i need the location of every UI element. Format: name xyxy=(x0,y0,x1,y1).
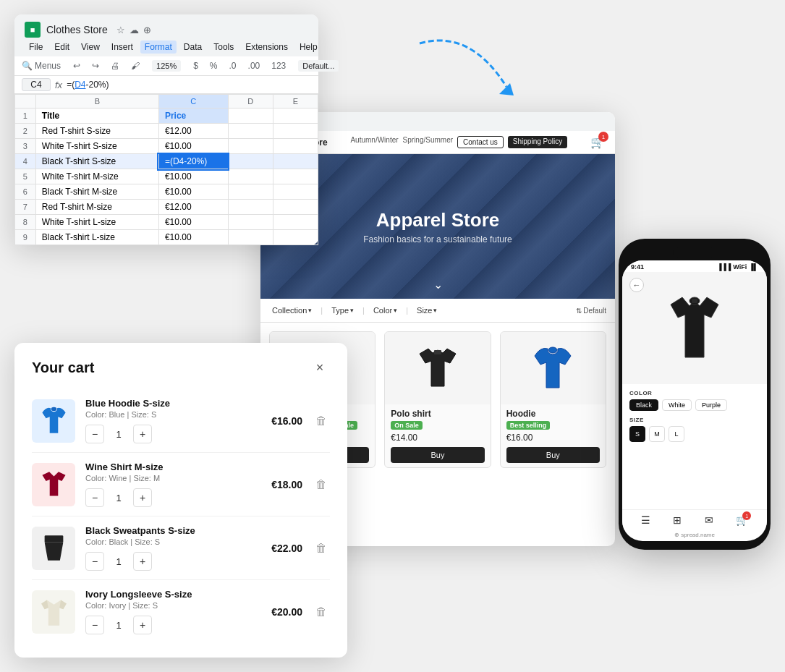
nav-shipping-btn[interactable]: Shipping Policy xyxy=(508,136,567,148)
qty-increase-longsleeve[interactable]: + xyxy=(133,616,152,634)
cell-e6[interactable] xyxy=(273,184,318,200)
size-option-l[interactable]: L xyxy=(669,426,684,442)
color-option-white[interactable]: White xyxy=(662,399,692,411)
cell-b4[interactable]: Black T-shirt S-size xyxy=(35,154,158,169)
nav-link-autumn[interactable]: Autumn/Winter xyxy=(350,136,398,148)
star-icon[interactable]: ☆ xyxy=(116,25,125,35)
menu-tools[interactable]: Tools xyxy=(209,41,238,54)
cell-c4-selected[interactable]: =(D4-20%) xyxy=(158,154,228,169)
qty-increase-sweatpants[interactable]: + xyxy=(133,552,152,571)
cell-c7[interactable]: €12.00 xyxy=(158,200,228,215)
cell-d2[interactable] xyxy=(228,124,273,139)
cell-b3[interactable]: White T-shirt S-size xyxy=(35,139,158,154)
cell-e1[interactable] xyxy=(273,109,318,124)
delete-longsleeve-btn[interactable]: 🗑 xyxy=(313,603,330,621)
delete-hoodie-btn[interactable]: 🗑 xyxy=(313,412,330,430)
cart-close-btn[interactable]: × xyxy=(310,357,330,378)
qty-decrease-longsleeve[interactable]: − xyxy=(85,616,104,634)
wifi-icon: WiFi xyxy=(733,263,747,271)
cell-d5[interactable] xyxy=(228,169,273,184)
cell-d9[interactable] xyxy=(228,230,273,245)
decimal-inc-btn[interactable]: .00 xyxy=(245,59,264,72)
url-text: spread.name xyxy=(681,532,715,538)
size-option-m[interactable]: M xyxy=(649,426,665,442)
menu-help[interactable]: Help xyxy=(295,41,322,54)
cell-e7[interactable] xyxy=(273,200,318,215)
cart-bottom-icon[interactable]: 🛒 1 xyxy=(736,514,748,526)
cell-e2[interactable] xyxy=(273,124,318,139)
mail-icon[interactable]: ✉ xyxy=(705,514,713,526)
cell-b6[interactable]: Black T-shirt M-size xyxy=(35,184,158,200)
qty-decrease-sweatpants[interactable]: − xyxy=(85,552,104,571)
table-row: 3 White T-shirt S-size €10.00 xyxy=(15,139,318,154)
qty-decrease-hoodie[interactable]: − xyxy=(85,425,104,443)
cell-b5[interactable]: White T-shirt M-size xyxy=(35,169,158,184)
nav-link-spring[interactable]: Spring/Summer xyxy=(403,136,453,148)
cell-d6[interactable] xyxy=(228,184,273,200)
cell-e3[interactable] xyxy=(273,139,318,154)
cell-d1[interactable] xyxy=(228,109,273,124)
cell-b2[interactable]: Red T-shirt S-size xyxy=(35,124,158,139)
cell-b9[interactable]: Black T-shirt L-size xyxy=(35,230,158,245)
qty-increase-hoodie[interactable]: + xyxy=(133,425,152,443)
hamburger-icon[interactable]: ☰ xyxy=(641,514,650,526)
cell-c2[interactable]: €12.00 xyxy=(158,124,228,139)
cart-icon-area[interactable]: 🛒 1 xyxy=(590,135,605,149)
cell-d4[interactable] xyxy=(228,154,273,169)
filter-color[interactable]: Color ▾ xyxy=(370,305,400,316)
cell-e5[interactable] xyxy=(273,169,318,184)
filter-size[interactable]: Size ▾ xyxy=(414,305,440,316)
formula-cell-ref: D4 xyxy=(75,80,85,90)
menu-file[interactable]: File xyxy=(25,41,47,54)
cell-d8[interactable] xyxy=(228,215,273,230)
delete-shirt-btn[interactable]: 🗑 xyxy=(313,475,330,494)
redo-btn[interactable]: ↪ xyxy=(88,59,103,72)
cell-e8[interactable] xyxy=(273,215,318,230)
menu-edit[interactable]: Edit xyxy=(50,41,74,54)
cell-b7[interactable]: Red T-shirt M-size xyxy=(35,200,158,215)
filter-type[interactable]: Type ▾ xyxy=(328,305,357,316)
cell-c6[interactable]: €10.00 xyxy=(158,184,228,200)
size-option-s[interactable]: S xyxy=(629,426,645,442)
paint-btn[interactable]: 🖌 xyxy=(127,59,143,72)
cell-e4[interactable] xyxy=(273,154,318,169)
qty-decrease-shirt[interactable]: − xyxy=(85,488,104,507)
currency-btn[interactable]: $ xyxy=(190,59,202,72)
format-select[interactable]: Default... xyxy=(298,60,339,72)
color-option-black[interactable]: Black xyxy=(629,399,658,411)
print-btn[interactable]: 🖨 xyxy=(107,59,123,72)
menu-data[interactable]: Data xyxy=(179,41,206,54)
percent-btn[interactable]: % xyxy=(206,59,221,72)
hero-scroll-arrow[interactable]: ⌄ xyxy=(433,278,443,292)
qty-increase-shirt[interactable]: + xyxy=(133,488,152,507)
filter-icon[interactable]: ⊞ xyxy=(673,514,682,526)
cell-e9[interactable] xyxy=(273,230,318,245)
buy-hoodie-btn[interactable]: Buy xyxy=(506,447,600,463)
filter-collection[interactable]: Collection ▾ xyxy=(269,305,315,316)
zoom-control[interactable]: 125% xyxy=(152,60,181,72)
undo-btn[interactable]: ↩ xyxy=(69,59,84,72)
menu-format[interactable]: Format xyxy=(140,41,177,54)
format-123[interactable]: 123 xyxy=(268,59,289,72)
cell-c8[interactable]: €10.00 xyxy=(158,215,228,230)
phone-back-btn[interactable]: ← xyxy=(629,278,644,292)
cell-reference[interactable]: C4 xyxy=(22,78,51,91)
menu-extensions[interactable]: Extensions xyxy=(241,41,292,54)
cell-b8[interactable]: White T-shirt L-size xyxy=(35,215,158,230)
filter-sort[interactable]: ⇅ Default xyxy=(576,307,606,315)
cell-d7[interactable] xyxy=(228,200,273,215)
cell-c1[interactable]: Price xyxy=(158,109,228,124)
decimal-dec-btn[interactable]: .0 xyxy=(226,59,240,72)
nav-contact-btn[interactable]: Contact us xyxy=(457,136,504,148)
cell-c9[interactable]: €10.00 xyxy=(158,230,228,245)
cell-d3[interactable] xyxy=(228,139,273,154)
buy-polo-btn[interactable]: Buy xyxy=(391,447,484,463)
toolbar-search[interactable]: 🔍 Menus xyxy=(22,61,61,71)
delete-sweatpants-btn[interactable]: 🗑 xyxy=(313,539,330,558)
cell-b1[interactable]: Title xyxy=(35,109,158,124)
color-option-purple[interactable]: Purple xyxy=(695,399,727,411)
cell-c5[interactable]: €10.00 xyxy=(158,169,228,184)
cell-c3[interactable]: €10.00 xyxy=(158,139,228,154)
menu-insert[interactable]: Insert xyxy=(107,41,137,54)
menu-view[interactable]: View xyxy=(77,41,104,54)
